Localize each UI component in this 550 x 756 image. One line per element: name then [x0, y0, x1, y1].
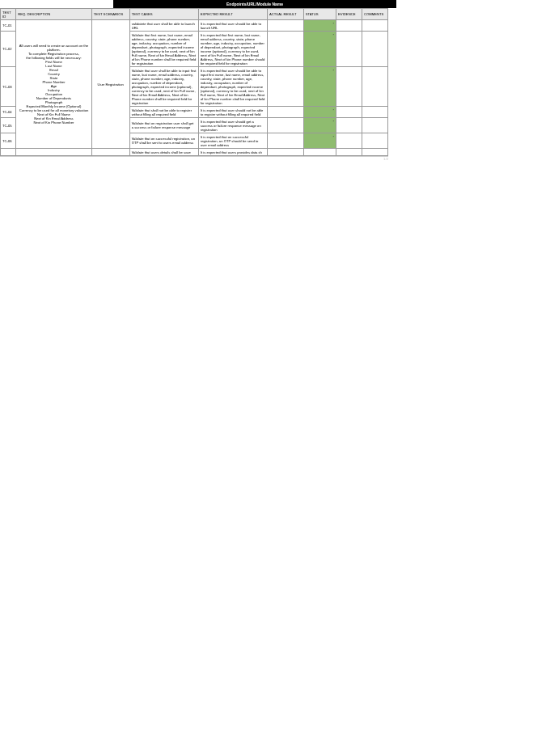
cell-test-scenario: User Registration — [91, 20, 129, 149]
cell-req-description: All users will need to create an account… — [16, 20, 92, 149]
cell-comments — [362, 149, 387, 156]
cell-actual — [267, 67, 303, 107]
cell-test-id: TC-01 — [1, 20, 16, 32]
cell-test-case: Validate that on registration user shall… — [129, 118, 198, 133]
cell-evidence — [336, 149, 362, 156]
cell-evidence — [336, 118, 362, 133]
header-test-scenarios: TEST SCENARIOS — [91, 9, 129, 20]
cell-test-id: TC-05 — [1, 118, 16, 133]
cell-status: * — [303, 133, 336, 149]
header-actual-result: ACTUAL RESULT — [267, 9, 303, 20]
cell-test-id: TC-02 — [1, 32, 16, 67]
cell-comments — [362, 107, 387, 118]
cell-test-case: Validate that user shall be able to inpu… — [129, 67, 198, 107]
cell-actual — [267, 118, 303, 133]
header-evidence: EVIDENCE — [336, 9, 362, 20]
header-comments: COMMENTS — [362, 9, 387, 20]
cell-status: * — [303, 118, 336, 133]
cell-test-id: TC-04 — [1, 107, 16, 118]
cell-comments — [362, 32, 387, 67]
cell-expected: It is expected that on successful regist… — [198, 133, 267, 149]
table-row-partial: Validate that users details shall be sav… — [1, 149, 388, 156]
cell-evidence — [336, 107, 362, 118]
cell-test-id: TC-06 — [1, 133, 16, 149]
cell-status: * — [303, 67, 336, 107]
table-header-row: TEST ID REQ. DESCRIPTION TEST SCENARIOS … — [1, 9, 388, 20]
cell-expected: It is expected that first name, last nam… — [198, 32, 267, 67]
header-test-cases: TEST CASES — [129, 9, 198, 20]
cell-test-scenario — [91, 149, 129, 156]
header-status: STATUS — [303, 9, 336, 20]
cell-comments — [362, 118, 387, 133]
cell-expected: It is expected that user should be able … — [198, 20, 267, 32]
table-body: TC-01 All users will need to create an a… — [1, 20, 388, 156]
cell-test-case: Validate that users details shall be sav… — [129, 149, 198, 156]
test-case-table: TEST ID REQ. DESCRIPTION TEST SCENARIOS … — [0, 8, 388, 156]
cell-actual — [267, 20, 303, 32]
module-title-bar: Endpoints/URL/Module Name — [113, 0, 396, 8]
cell-evidence — [336, 133, 362, 149]
cell-actual — [267, 32, 303, 67]
cell-test-case: validatete that user shall be able to la… — [129, 20, 198, 32]
cell-status — [303, 149, 336, 156]
cell-evidence — [336, 32, 362, 67]
cell-evidence — [336, 20, 362, 32]
cell-evidence — [336, 67, 362, 107]
cell-status: * — [303, 20, 336, 32]
cell-test-id: TC-03 — [1, 67, 16, 107]
cell-comments — [362, 20, 387, 32]
cell-actual — [267, 133, 303, 149]
header-req-description: REQ. DESCRIPTION — [16, 9, 92, 20]
cell-status: * — [303, 32, 336, 67]
cell-actual — [267, 149, 303, 156]
header-test-id: TEST ID — [1, 9, 16, 20]
cell-expected: It is expected that user should get a su… — [198, 118, 267, 133]
cell-test-case: Validate that on successful registration… — [129, 133, 198, 149]
cell-test-id — [1, 149, 16, 156]
cell-expected: It is expected that users provides data … — [198, 149, 267, 156]
cell-test-case: Validate that shall not be able to regis… — [129, 107, 198, 118]
cell-expected: It is expected that user should not be a… — [198, 107, 267, 118]
cell-comments — [362, 67, 387, 107]
page-footer: 1 / 2 — [0, 156, 388, 161]
table-row: TC-01 All users will need to create an a… — [1, 20, 388, 32]
cell-test-case: Validate that first name, last name, ema… — [129, 32, 198, 67]
cell-req-description — [16, 149, 92, 156]
cell-status: * — [303, 107, 336, 118]
cell-actual — [267, 107, 303, 118]
cell-comments — [362, 133, 387, 149]
cell-expected: It is expected that user should be able … — [198, 67, 267, 107]
header-expected-result: EXPECTED RESULT — [198, 9, 267, 20]
